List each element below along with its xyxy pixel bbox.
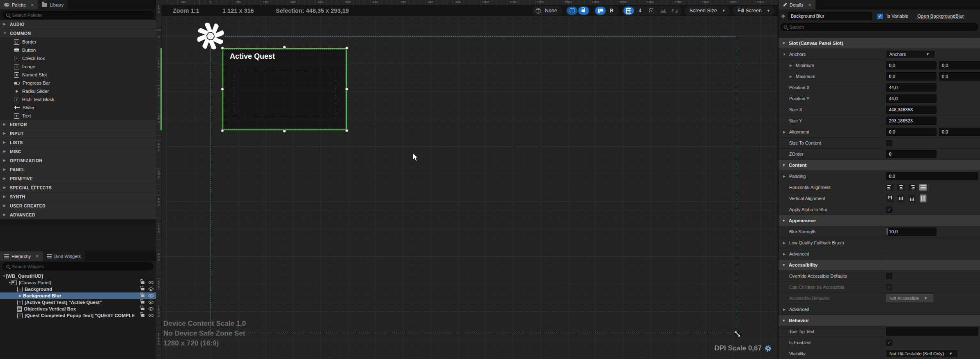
property-input-y[interactable]	[939, 128, 980, 136]
hierarchy-row[interactable]: T[Active Quest Text] "Active Quest"	[0, 299, 156, 306]
selection-handle[interactable]	[221, 87, 224, 91]
details-section-header[interactable]: ▼Content	[779, 160, 980, 171]
property-input-position-y[interactable]	[886, 94, 936, 103]
eye-visibility-icon[interactable]	[149, 301, 153, 304]
property-input-y[interactable]	[939, 72, 980, 81]
tab-palette[interactable]: Palette ×	[0, 0, 38, 9]
selection-handle[interactable]	[345, 129, 348, 132]
hierarchy-search-input[interactable]	[12, 264, 150, 269]
expander-right-icon[interactable]: ▶	[782, 241, 786, 245]
expander-right-icon[interactable]: ▶	[789, 75, 793, 78]
property-input-tool-tip-text[interactable]	[886, 327, 978, 336]
property-input-size-x[interactable]	[886, 106, 936, 114]
tab-details[interactable]: Details ×	[779, 0, 815, 9]
palette-search[interactable]	[2, 11, 153, 19]
property-input-padding[interactable]	[886, 172, 978, 180]
expander-right-icon[interactable]: ▶	[782, 130, 786, 134]
dropdown-accessible-behavior[interactable]: Not Accessible▼	[886, 294, 933, 302]
palette-category-panel[interactable]: ▶PANEL	[0, 165, 156, 174]
layout-mode-toggle[interactable]	[595, 7, 606, 15]
palette-item[interactable]: Radial Slider	[0, 87, 156, 95]
selection-handle[interactable]	[283, 129, 286, 133]
expander-right-icon[interactable]: ▶	[782, 252, 786, 256]
valign-fill-button[interactable]	[920, 195, 927, 203]
palette-item[interactable]: ⌂Image	[0, 62, 156, 71]
expander-right-icon[interactable]: ▶	[782, 308, 786, 311]
eye-visibility-icon[interactable]	[149, 314, 153, 317]
palette-search-input[interactable]	[12, 13, 150, 18]
eye-visibility-icon[interactable]	[149, 294, 153, 297]
palette-item[interactable]: Border	[0, 38, 156, 46]
hierarchy-row[interactable]: Objectives Vertical Box	[0, 306, 156, 312]
flip-preview-button[interactable]	[669, 7, 680, 15]
property-input-x[interactable]	[886, 128, 936, 136]
chevron-down-icon[interactable]: ▼	[782, 41, 785, 45]
localization-button[interactable]: None	[532, 6, 562, 16]
palette-category-misc[interactable]: ▶MISC	[0, 147, 156, 156]
snap-grid-toggle[interactable]	[623, 7, 634, 15]
unlock-icon[interactable]	[141, 288, 144, 290]
hierarchy-row[interactable]: Background Blur	[0, 292, 156, 299]
property-input-x[interactable]	[886, 61, 936, 69]
palette-category-audio[interactable]: ▶AUDIO	[0, 20, 156, 29]
halign-center-button[interactable]	[897, 184, 905, 191]
details-search[interactable]	[780, 23, 978, 31]
hierarchy-row[interactable]: ▼[WB_QuestHUD]	[0, 273, 156, 279]
respect-locks-button[interactable]: R	[607, 7, 617, 15]
widget-text[interactable]: Active Quest	[230, 52, 275, 61]
tab-hierarchy[interactable]: Hierarchy ×	[0, 251, 43, 261]
lock-widgets-toggle[interactable]	[578, 7, 589, 15]
preview-background-button[interactable]	[658, 7, 669, 15]
close-icon[interactable]: ×	[808, 2, 811, 8]
halign-fill-button[interactable]	[919, 184, 927, 191]
chevron-down-icon[interactable]: ▼	[782, 263, 785, 267]
chevron-down-icon[interactable]: ▼	[8, 281, 11, 285]
unlock-icon[interactable]	[141, 281, 144, 284]
eye-visibility-icon[interactable]	[149, 307, 153, 311]
palette-category-special-effects[interactable]: ▶SPECIAL EFFECTS	[0, 183, 156, 192]
widget-name-field[interactable]	[788, 12, 872, 20]
palette-category-user-created[interactable]: ▶USER CREATED	[0, 201, 156, 210]
dpi-settings-gear-icon[interactable]	[765, 345, 771, 352]
checkbox-can-children-be-accessible[interactable]: ✓	[886, 284, 892, 290]
chevron-down-icon[interactable]: ▼	[782, 219, 785, 223]
close-icon[interactable]: ×	[36, 253, 39, 259]
expander-down-icon[interactable]: ▼	[782, 53, 786, 56]
selection-handle[interactable]	[345, 87, 348, 91]
valign-center-button[interactable]	[898, 195, 904, 203]
selection-handle[interactable]	[345, 46, 348, 50]
chevron-down-icon[interactable]: ▼	[782, 163, 785, 167]
dropdown-visibility[interactable]: Not Hit-Testable (Self Only)▼	[886, 350, 958, 358]
anchor-medallion-icon[interactable]	[197, 22, 224, 50]
unlock-icon[interactable]	[141, 295, 144, 297]
valign-left-button[interactable]	[887, 195, 893, 203]
dropdown-anchors[interactable]: Anchors▼	[886, 50, 935, 58]
halign-left-button[interactable]	[886, 184, 894, 191]
palette-item[interactable]: TText	[0, 112, 156, 120]
is-variable-checkbox[interactable]: ✓	[877, 13, 883, 19]
palette-category-lists[interactable]: ▶LISTS	[0, 138, 156, 147]
checkbox-apply-alpha-to-blur[interactable]: ✓	[886, 207, 892, 213]
designer-canvas[interactable]: Active Quest 100010020030040050060070080…	[156, 0, 778, 359]
unlock-icon[interactable]	[141, 308, 144, 310]
palette-category-input[interactable]: ▶INPUT	[0, 129, 156, 138]
selection-handle[interactable]	[283, 46, 286, 49]
property-input-zorder[interactable]	[886, 150, 936, 158]
selection-outline-toggle[interactable]	[567, 7, 577, 15]
zoom-to-fit-button[interactable]: ↖	[646, 7, 657, 15]
palette-category-advanced[interactable]: ▶ADVANCED	[0, 210, 156, 219]
palette-item[interactable]: Button	[0, 46, 156, 54]
palette-item[interactable]: ✓Check Box	[0, 54, 156, 62]
palette-item[interactable]: Slider	[0, 104, 156, 112]
details-search-input[interactable]	[790, 25, 975, 30]
palette-item[interactable]: Progress Bar	[0, 79, 156, 87]
palette-category-common[interactable]: ▼COMMON	[0, 29, 156, 38]
palette-category-primitive[interactable]: ▶PRIMITIVE	[0, 174, 156, 183]
checkbox-override-accessible-defaults[interactable]	[886, 273, 892, 279]
palette-item[interactable]: /Rich Text Block	[0, 95, 156, 104]
hierarchy-row[interactable]: ⌂Background	[0, 286, 156, 292]
resize-handle-cursor[interactable]	[732, 329, 743, 339]
palette-category-synth[interactable]: ▶SYNTH	[0, 192, 156, 201]
open-widget-link[interactable]: Open BackgroundBlur	[917, 14, 964, 19]
hierarchy-row[interactable]: T[Quest Completed Popup Text] "QUEST COM…	[0, 312, 156, 319]
